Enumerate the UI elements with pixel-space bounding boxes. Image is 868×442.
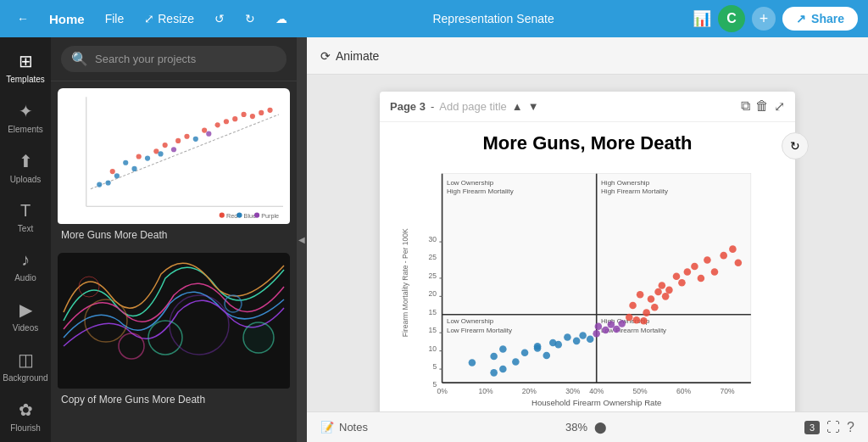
svg-point-114 xyxy=(665,287,673,294)
resize-button[interactable]: ⤢ Resize xyxy=(137,8,201,29)
svg-point-11 xyxy=(153,148,159,154)
svg-point-119 xyxy=(698,275,705,283)
svg-point-7 xyxy=(123,160,128,165)
svg-text:15: 15 xyxy=(429,308,437,316)
svg-point-8 xyxy=(131,166,136,171)
svg-point-124 xyxy=(735,259,743,266)
zoom-dot[interactable]: ⬤ xyxy=(594,421,607,434)
sidebar-item-background[interactable]: ◫ Background xyxy=(0,343,51,389)
chevron-up-icon[interactable]: ▲ xyxy=(512,100,523,113)
svg-text:High Firearm Mortality: High Firearm Mortality xyxy=(601,187,668,195)
help-icon[interactable]: ? xyxy=(847,420,854,435)
file-button[interactable]: File xyxy=(98,8,131,29)
elements-icon: ✦ xyxy=(19,101,33,121)
stats-icon[interactable]: 📊 xyxy=(693,9,711,28)
svg-point-81 xyxy=(469,359,476,366)
svg-point-9 xyxy=(136,154,142,159)
search-input[interactable] xyxy=(95,53,276,65)
collapse-handle[interactable]: ◀ xyxy=(297,37,307,442)
animate-icon: ⟳ xyxy=(320,49,331,63)
sidebar-item-elements[interactable]: ✦ Elements xyxy=(0,94,51,141)
sidebar-item-flourish[interactable]: ✿ Flourish xyxy=(0,393,51,439)
svg-point-108 xyxy=(643,309,650,316)
card-1-title: More Guns More Death xyxy=(58,224,290,246)
svg-point-110 xyxy=(651,304,659,311)
svg-point-24 xyxy=(250,114,255,119)
flourish-icon: ✿ xyxy=(19,400,33,420)
svg-text:20%: 20% xyxy=(522,387,537,395)
svg-point-89 xyxy=(534,344,542,352)
svg-text:50%: 50% xyxy=(633,387,648,395)
sidebar-item-text[interactable]: T Text xyxy=(0,194,51,240)
chart-area: 5 5 10 15 15 20 25 25 30 xyxy=(380,158,795,411)
svg-point-106 xyxy=(637,291,644,299)
templates-icon: ⊞ xyxy=(19,51,33,71)
uploads-icon: ⬆ xyxy=(19,151,33,171)
chevron-down-icon[interactable]: ▼ xyxy=(528,100,539,113)
background-icon: ◫ xyxy=(18,350,34,370)
svg-point-118 xyxy=(691,263,698,271)
svg-point-22 xyxy=(232,116,237,121)
undo-button[interactable]: ↺ xyxy=(208,8,231,29)
canvas-scroll[interactable]: Page 3 - Add page title ▲ ▼ ⧉ 🗑 ⤢ ↻ M xyxy=(307,75,868,411)
svg-point-14 xyxy=(171,147,176,152)
search-icon: 🔍 xyxy=(71,51,88,67)
svg-point-122 xyxy=(720,252,727,260)
panel-card-2[interactable]: Copy of More Guns More Death xyxy=(58,253,290,411)
page-title-placeholder[interactable]: Add page title xyxy=(439,100,507,113)
sidebar-item-uploads[interactable]: ⬆ Uploads xyxy=(0,144,51,191)
animate-button[interactable]: ⟳ Animate xyxy=(320,49,379,63)
svg-text:25: 25 xyxy=(429,271,437,280)
trash-icon[interactable]: 🗑 xyxy=(755,98,769,115)
notes-icon: 📝 xyxy=(320,421,334,434)
svg-point-111 xyxy=(654,288,662,296)
svg-text:Low Ownership: Low Ownership xyxy=(447,317,494,325)
svg-point-82 xyxy=(490,369,498,377)
audio-icon: ♪ xyxy=(21,250,30,270)
svg-point-113 xyxy=(662,293,670,300)
fullscreen-icon[interactable]: ⛶ xyxy=(826,420,840,435)
svg-point-101 xyxy=(613,326,620,333)
svg-text:30: 30 xyxy=(429,235,437,243)
refresh-button[interactable]: ↻ xyxy=(782,132,809,159)
notes-button[interactable]: 📝 Notes xyxy=(320,421,368,434)
svg-point-21 xyxy=(224,119,229,124)
svg-point-120 xyxy=(704,256,711,264)
svg-text:15: 15 xyxy=(429,326,437,334)
share-button[interactable]: ↗ Share xyxy=(782,7,858,31)
svg-point-83 xyxy=(490,353,498,361)
svg-point-93 xyxy=(564,333,571,341)
page-header-actions: ⧉ 🗑 ⤢ xyxy=(741,98,785,115)
svg-text:High Ownership: High Ownership xyxy=(601,179,650,187)
panel-card-1[interactable]: Red Blue Purple More Guns More Death xyxy=(58,88,290,246)
svg-point-115 xyxy=(673,272,681,280)
sidebar-item-templates[interactable]: ⊞ Templates xyxy=(0,44,51,91)
page-title-area: Page 3 - Add page title ▲ ▼ xyxy=(390,100,539,113)
svg-point-86 xyxy=(512,358,520,366)
sidebar-item-audio[interactable]: ♪ Audio xyxy=(0,243,51,289)
search-box: 🔍 xyxy=(61,46,287,72)
bottom-bar: 📝 Notes 38% ⬤ 3 ⛶ ? xyxy=(307,411,868,442)
redo-button[interactable]: ↻ xyxy=(238,8,262,29)
left-sidebar: ⊞ Templates ✦ Elements ⬆ Uploads T Text … xyxy=(0,37,51,442)
svg-point-18 xyxy=(202,127,207,132)
svg-point-23 xyxy=(241,112,246,117)
sidebar-item-videos[interactable]: ▶ Videos xyxy=(0,293,51,339)
back-button[interactable]: ← xyxy=(10,8,36,29)
cloud-button[interactable]: ☁ xyxy=(269,8,294,29)
svg-point-90 xyxy=(543,352,551,360)
svg-text:70%: 70% xyxy=(720,387,735,395)
plus-button[interactable]: + xyxy=(752,7,776,31)
svg-point-98 xyxy=(595,322,603,330)
copy-icon[interactable]: ⧉ xyxy=(741,98,750,115)
svg-point-102 xyxy=(618,320,626,327)
zoom-area: 38% ⬤ xyxy=(565,421,607,434)
svg-point-16 xyxy=(184,134,189,139)
expand-icon[interactable]: ⤢ xyxy=(774,98,785,115)
svg-point-39 xyxy=(79,277,99,297)
canvas-area: ⟳ Animate Page 3 - Add page title ▲ ▼ xyxy=(307,37,868,442)
avatar[interactable]: C xyxy=(718,5,745,32)
svg-point-26 xyxy=(267,108,272,113)
top-nav: ← Home File ⤢ Resize ↺ ↻ ☁ Representatio… xyxy=(0,0,868,37)
home-button[interactable]: Home xyxy=(42,8,92,30)
